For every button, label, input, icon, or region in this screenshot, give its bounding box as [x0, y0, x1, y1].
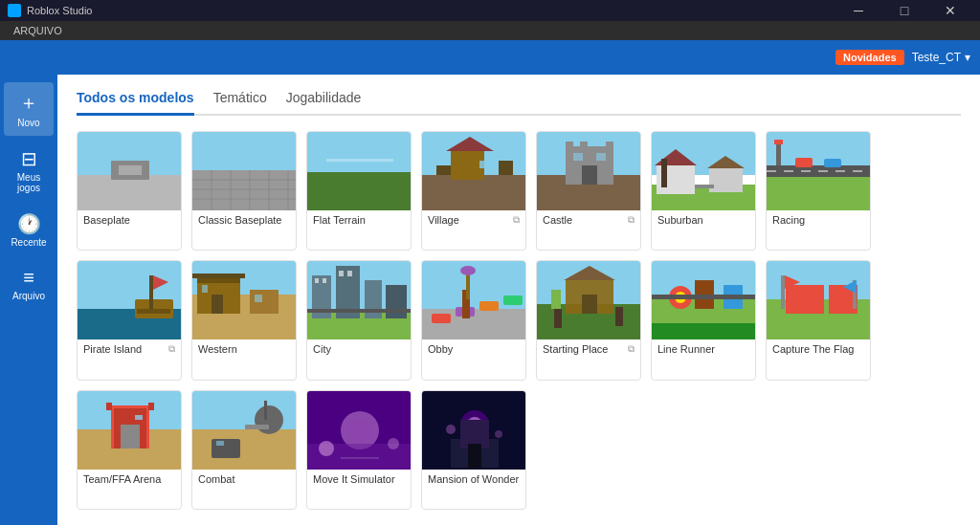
user-menu[interactable]: Teste_CT ▾	[912, 51, 970, 64]
svg-rect-53	[149, 275, 153, 309]
tab-jogabilidade[interactable]: Jogabilidade	[286, 90, 362, 116]
svg-rect-118	[192, 429, 297, 470]
svg-rect-81	[503, 295, 523, 305]
svg-rect-95	[652, 323, 756, 339]
svg-rect-80	[479, 301, 499, 311]
sidebar-item-novo[interactable]: ＋ Novo	[4, 82, 54, 136]
template-label-mansion-of-wonder: Mansion of Wonder	[428, 473, 519, 485]
template-label-classic-baseplate: Classic Baseplate	[198, 214, 281, 226]
svg-rect-78	[432, 314, 451, 323]
svg-point-137	[446, 425, 456, 434]
clock-icon: 🕐	[17, 212, 41, 235]
svg-rect-55	[137, 309, 170, 314]
svg-rect-121	[245, 425, 269, 429]
svg-rect-16	[326, 159, 393, 162]
template-label-move-it-simulator: Move It Simulator	[313, 473, 395, 485]
svg-rect-41	[767, 132, 871, 165]
svg-rect-43	[767, 175, 871, 210]
external-link-icon[interactable]: ⧉	[168, 343, 175, 355]
tab-tematico[interactable]: Temático	[213, 90, 267, 116]
close-button[interactable]: ✕	[928, 0, 972, 21]
template-label-obby: Obby	[428, 343, 453, 355]
svg-rect-22	[499, 161, 513, 175]
svg-rect-63	[255, 295, 262, 302]
template-thumb-baseplate	[78, 132, 182, 210]
template-card-capture-the-flag[interactable]: Capture The Flag	[766, 260, 871, 380]
template-thumb-starting-place	[537, 261, 641, 339]
minimize-button[interactable]: ─	[836, 0, 880, 21]
maximize-button[interactable]: □	[882, 0, 926, 21]
svg-rect-3	[119, 165, 142, 175]
toolbar: Novidades Teste_CT ▾	[0, 40, 980, 75]
plus-icon: ＋	[19, 90, 38, 116]
sidebar: ＋ Novo ⊟ Meus jogos 🕐 Recente ≡ Arquivo	[0, 75, 57, 525]
svg-rect-91	[615, 307, 623, 326]
template-label-line-runner: Line Runner	[657, 343, 715, 355]
template-card-move-it-simulator[interactable]: Move It Simulator	[306, 390, 412, 510]
menu-arquivo[interactable]: ARQUIVO	[8, 21, 68, 40]
external-link-icon[interactable]: ⧉	[628, 343, 635, 355]
external-link-icon[interactable]: ⧉	[513, 214, 520, 226]
template-card-combat[interactable]: Combat	[191, 390, 297, 510]
svg-rect-75	[347, 271, 352, 276]
svg-rect-103	[786, 285, 824, 314]
template-card-racing[interactable]: Racing	[766, 131, 871, 251]
svg-rect-70	[386, 285, 407, 318]
template-card-obby[interactable]: Obby	[421, 260, 526, 380]
template-card-western[interactable]: Western	[191, 260, 297, 380]
svg-rect-29	[606, 142, 613, 151]
menu-bar: ARQUIVO	[0, 21, 980, 40]
template-label-flat-terrain: Flat Terrain	[313, 214, 366, 226]
template-card-line-runner[interactable]: Line Runner	[651, 260, 756, 380]
tabs-bar: Todos os modelos Temático Jogabilidade	[77, 90, 961, 116]
template-label-city: City	[313, 343, 331, 355]
svg-rect-71	[307, 309, 412, 313]
external-link-icon[interactable]: ⧉	[628, 214, 635, 226]
svg-rect-1	[78, 175, 182, 210]
template-card-castle[interactable]: Castle⧉	[536, 131, 641, 251]
content-area: Todos os modelos Temático Jogabilidade B…	[57, 75, 980, 525]
svg-rect-83	[466, 273, 470, 299]
svg-rect-39	[695, 185, 714, 188]
template-thumb-mansion-of-wonder	[422, 391, 526, 470]
template-card-city[interactable]: City	[306, 260, 412, 380]
template-card-starting-place[interactable]: Starting Place⧉	[536, 260, 641, 380]
tab-todos[interactable]: Todos os modelos	[77, 90, 194, 116]
template-thumb-suburban	[652, 132, 756, 210]
template-thumb-obby	[422, 261, 526, 339]
svg-rect-23	[479, 161, 487, 168]
template-label-western: Western	[198, 343, 237, 355]
sidebar-item-recente[interactable]: 🕐 Recente	[4, 205, 54, 255]
template-thumb-castle	[537, 132, 641, 210]
template-card-suburban[interactable]: Suburban	[651, 131, 756, 251]
svg-point-84	[460, 266, 476, 275]
sidebar-item-arquivo[interactable]: ≡ Arquivo	[4, 259, 54, 309]
svg-rect-47	[824, 159, 841, 167]
template-thumb-team-ffa-arena	[78, 391, 182, 470]
svg-point-129	[388, 438, 399, 449]
template-card-village[interactable]: Village⧉	[421, 131, 526, 251]
svg-rect-61	[212, 295, 223, 314]
template-thumb-line-runner	[652, 261, 756, 339]
title-bar: Roblox Studio ─ □ ✕	[0, 0, 980, 21]
template-card-classic-baseplate[interactable]: Classic Baseplate	[191, 131, 297, 251]
template-card-pirate-island[interactable]: Pirate Island⧉	[77, 260, 182, 380]
svg-rect-116	[135, 415, 143, 420]
svg-rect-48	[776, 142, 781, 165]
svg-rect-115	[148, 403, 154, 410]
svg-rect-122	[212, 439, 240, 458]
svg-point-138	[495, 430, 502, 438]
template-thumb-city	[307, 261, 412, 339]
template-card-flat-terrain[interactable]: Flat Terrain	[306, 131, 412, 251]
novidades-badge[interactable]: Novidades	[835, 50, 904, 65]
svg-rect-92	[551, 290, 561, 309]
app-icon	[8, 4, 21, 17]
template-card-baseplate[interactable]: Baseplate	[77, 131, 182, 251]
template-card-team-ffa-arena[interactable]: Team/FFA Arena	[77, 390, 182, 510]
svg-rect-60	[192, 273, 245, 278]
template-card-mansion-of-wonder[interactable]: Mansion of Wonder	[421, 390, 526, 510]
svg-rect-30	[582, 165, 597, 185]
app-title: Roblox Studio	[27, 5, 93, 16]
svg-rect-40	[661, 159, 667, 187]
sidebar-item-meusjogos[interactable]: ⊟ Meus jogos	[4, 140, 54, 201]
